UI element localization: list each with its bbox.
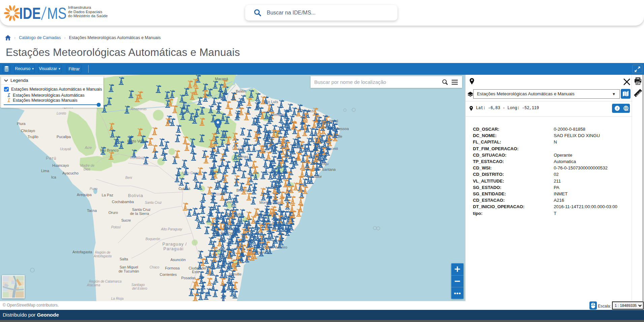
svg-text:Chiclayo: Chiclayo (21, 129, 35, 133)
svg-text:Chaco: Chaco (150, 265, 159, 269)
svg-text:Beni: Beni (125, 176, 132, 180)
svg-text:Región de: Región de (95, 251, 110, 254)
svg-text:Arequipa: Arequipa (77, 193, 92, 197)
svg-text:Atacama: Atacama (87, 283, 100, 287)
svg-text:Belém: Belém (236, 89, 246, 93)
svg-text:Lima: Lima (41, 169, 50, 173)
svg-text:Salta: Salta (120, 257, 128, 261)
svg-text:Catamarca: Catamarca (105, 280, 122, 283)
svg-text:Santa Cruz: Santa Cruz (145, 201, 162, 204)
svg-text:MS: MS (47, 4, 67, 22)
svg-text:Oruro: Oruro (108, 211, 118, 215)
svg-text:San Miguel: San Miguel (120, 265, 138, 269)
svg-text:Pucallpa: Pucallpa (57, 135, 71, 139)
svg-text:Potosí: Potosí (111, 225, 121, 229)
svg-text:Santa Cruz: Santa Cruz (132, 207, 151, 212)
svg-text:Corrientes: Corrientes (160, 272, 177, 277)
svg-text:de Tucumán: de Tucumán (119, 269, 139, 273)
svg-text:Piura: Piura (17, 122, 26, 126)
svg-text:Bolivia: Bolivia (128, 193, 143, 198)
svg-text:Antofagasta: Antofagasta (93, 254, 112, 258)
svg-text:del Estero: del Estero (132, 287, 147, 290)
svg-text:Ucayali: Ucayali (60, 147, 71, 151)
svg-text:Trujillo: Trujillo (28, 135, 38, 139)
svg-text:Cuiabá: Cuiabá (179, 187, 191, 191)
svg-text:Sucre: Sucre (121, 218, 131, 222)
svg-text:Loreto: Loreto (57, 111, 66, 115)
svg-text:Madre de: Madre de (80, 164, 95, 167)
svg-text:Paraguái: Paraguái (163, 246, 184, 251)
svg-text:Acre: Acre (85, 146, 92, 150)
svg-text:Dios: Dios (84, 167, 90, 171)
svg-text:Amazonas: Amazonas (130, 107, 147, 111)
svg-text:Boquerón: Boquerón (146, 237, 160, 241)
svg-text:Puno: Puno (90, 187, 98, 191)
svg-text:IDE: IDE (19, 4, 41, 22)
svg-text:Huancayo: Huancayo (52, 163, 69, 167)
svg-text:La Paz: La Paz (102, 193, 113, 197)
svg-text:Paraguay /: Paraguay / (162, 242, 187, 247)
svg-text:i: i (617, 106, 618, 110)
svg-text:Santiago: Santiago (131, 283, 145, 287)
svg-text:Ica: Ica (51, 175, 57, 179)
svg-text:Tacna: Tacna (87, 208, 97, 213)
svg-text:Teresina: Teresina (272, 112, 286, 117)
svg-text:Región de: Región de (89, 280, 104, 283)
svg-text:Formosa: Formosa (165, 266, 180, 270)
svg-text:Alto Paraguay: Alto Paraguay (161, 227, 183, 231)
svg-text:Posadas: Posadas (181, 276, 196, 280)
svg-text:La Rioja: La Rioja (111, 297, 124, 300)
svg-text:Perú: Perú (46, 156, 56, 161)
svg-text:de la Sierra: de la Sierra (130, 212, 149, 216)
svg-text:Ayacucho: Ayacucho (62, 171, 78, 175)
svg-text:Cochabamba: Cochabamba (112, 200, 134, 204)
svg-text:Asunción: Asunción (170, 258, 186, 262)
svg-text:Antofagasta: Antofagasta (72, 250, 93, 254)
svg-text:Este: Este (192, 270, 199, 274)
